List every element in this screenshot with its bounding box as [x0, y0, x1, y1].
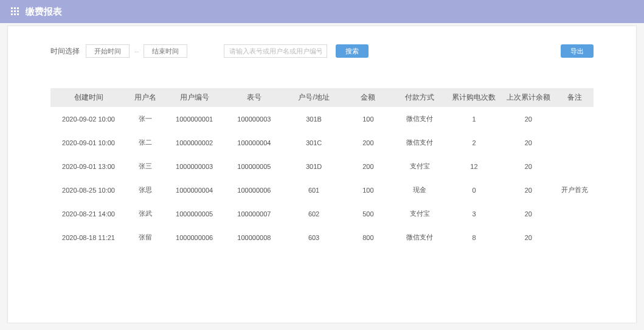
th-amount: 金额 — [344, 88, 392, 107]
svg-rect-7 — [14, 13, 16, 15]
payment-table: 创建时间 用户名 用户编号 表号 户号/地址 金额 付款方式 累计购电次数 上次… — [50, 88, 594, 249]
grid-icon — [11, 7, 19, 16]
cell-count: 2 — [447, 131, 501, 154]
cell-meterno: 100000004 — [224, 131, 284, 154]
th-meterno: 表号 — [224, 88, 284, 107]
cell-amount: 200 — [344, 131, 392, 154]
cell-meterno: 100000006 — [224, 178, 284, 202]
table-row: 2020-08-25 10:00张思1000000004100000006601… — [50, 178, 594, 202]
cell-userno: 1000000003 — [165, 154, 224, 178]
th-lastbal: 上次累计余额 — [501, 88, 555, 107]
svg-rect-6 — [11, 13, 13, 15]
cell-amount: 100 — [344, 107, 392, 131]
th-addr: 户号/地址 — [284, 88, 344, 107]
search-button[interactable]: 搜索 — [336, 44, 369, 58]
export-button[interactable]: 导出 — [561, 44, 594, 58]
cell-count: 3 — [447, 202, 501, 225]
svg-rect-4 — [14, 10, 16, 12]
search-input[interactable] — [224, 44, 327, 58]
table-header-row: 创建时间 用户名 用户编号 表号 户号/地址 金额 付款方式 累计购电次数 上次… — [50, 88, 594, 107]
cell-username: 张二 — [126, 131, 165, 154]
cell-username: 张留 — [126, 225, 165, 249]
cell-addr: 602 — [284, 202, 344, 225]
date-separator: -- — [134, 47, 139, 55]
cell-paytype: 支付宝 — [393, 202, 447, 225]
cell-amount: 200 — [344, 154, 392, 178]
page-title: 缴费报表 — [26, 6, 62, 18]
cell-lastbal: 20 — [501, 178, 555, 202]
svg-rect-1 — [14, 7, 16, 9]
cell-note — [555, 202, 594, 225]
cell-userno: 1000000002 — [165, 131, 224, 154]
cell-count: 12 — [447, 154, 501, 178]
cell-note — [555, 131, 594, 154]
cell-count: 8 — [447, 225, 501, 249]
cell-username: 张三 — [126, 154, 165, 178]
cell-meterno: 100000008 — [224, 225, 284, 249]
cell-note — [555, 225, 594, 249]
cell-userno: 1000000001 — [165, 107, 224, 131]
table-row: 2020-08-21 14:00张武1000000005100000007602… — [50, 202, 594, 225]
cell-lastbal: 20 — [501, 202, 555, 225]
cell-created: 2020-08-18 11:21 — [50, 225, 126, 249]
cell-created: 2020-09-01 13:00 — [50, 154, 126, 178]
filter-bar: 时间选择 -- 搜索 导出 — [50, 44, 594, 58]
cell-amount: 500 — [344, 202, 392, 225]
end-date-input[interactable] — [144, 44, 187, 58]
table-row: 2020-09-01 13:00张三1000000003100000005301… — [50, 154, 594, 178]
svg-rect-3 — [11, 10, 13, 12]
time-label: 时间选择 — [50, 46, 80, 57]
table-row: 2020-09-01 10:00张二1000000002100000004301… — [50, 131, 594, 154]
cell-username: 张武 — [126, 202, 165, 225]
cell-meterno: 100000005 — [224, 154, 284, 178]
cell-created: 2020-08-21 14:00 — [50, 202, 126, 225]
cell-addr: 301C — [284, 131, 344, 154]
cell-paytype: 现金 — [393, 178, 447, 202]
svg-rect-5 — [17, 10, 19, 12]
cell-created: 2020-08-25 10:00 — [50, 178, 126, 202]
page-header: 缴费报表 — [0, 0, 644, 23]
cell-count: 1 — [447, 107, 501, 131]
th-userno: 用户编号 — [165, 88, 224, 107]
cell-meterno: 100000003 — [224, 107, 284, 131]
cell-userno: 1000000005 — [165, 202, 224, 225]
cell-lastbal: 20 — [501, 225, 555, 249]
cell-note — [555, 107, 594, 131]
cell-addr: 603 — [284, 225, 344, 249]
cell-paytype: 微信支付 — [393, 225, 447, 249]
cell-addr: 301B — [284, 107, 344, 131]
cell-username: 张思 — [126, 178, 165, 202]
th-created: 创建时间 — [50, 88, 126, 107]
cell-lastbal: 20 — [501, 131, 555, 154]
cell-userno: 1000000006 — [165, 225, 224, 249]
cell-created: 2020-09-02 10:00 — [50, 107, 126, 131]
cell-lastbal: 20 — [501, 154, 555, 178]
th-note: 备注 — [555, 88, 594, 107]
cell-note — [555, 154, 594, 178]
th-username: 用户名 — [126, 88, 165, 107]
cell-username: 张一 — [126, 107, 165, 131]
th-paytype: 付款方式 — [393, 88, 447, 107]
cell-addr: 601 — [284, 178, 344, 202]
cell-lastbal: 20 — [501, 107, 555, 131]
table-row: 2020-09-02 10:00张一1000000001100000003301… — [50, 107, 594, 131]
svg-rect-8 — [17, 13, 19, 15]
svg-rect-2 — [17, 7, 19, 9]
cell-amount: 100 — [344, 178, 392, 202]
th-count: 累计购电次数 — [447, 88, 501, 107]
content-card: 时间选择 -- 搜索 导出 创建时间 用户名 用户编号 表号 户号/地址 金额 … — [7, 26, 637, 323]
svg-rect-0 — [11, 7, 13, 9]
cell-count: 0 — [447, 178, 501, 202]
cell-paytype: 支付宝 — [393, 154, 447, 178]
table-row: 2020-08-18 11:21张留1000000006100000008603… — [50, 225, 594, 249]
cell-userno: 1000000004 — [165, 178, 224, 202]
cell-meterno: 100000007 — [224, 202, 284, 225]
cell-addr: 301D — [284, 154, 344, 178]
cell-note: 开户首充 — [555, 178, 594, 202]
start-date-input[interactable] — [86, 44, 130, 58]
cell-amount: 800 — [344, 225, 392, 249]
cell-paytype: 微信支付 — [393, 131, 447, 154]
cell-paytype: 微信支付 — [393, 107, 447, 131]
cell-created: 2020-09-01 10:00 — [50, 131, 126, 154]
